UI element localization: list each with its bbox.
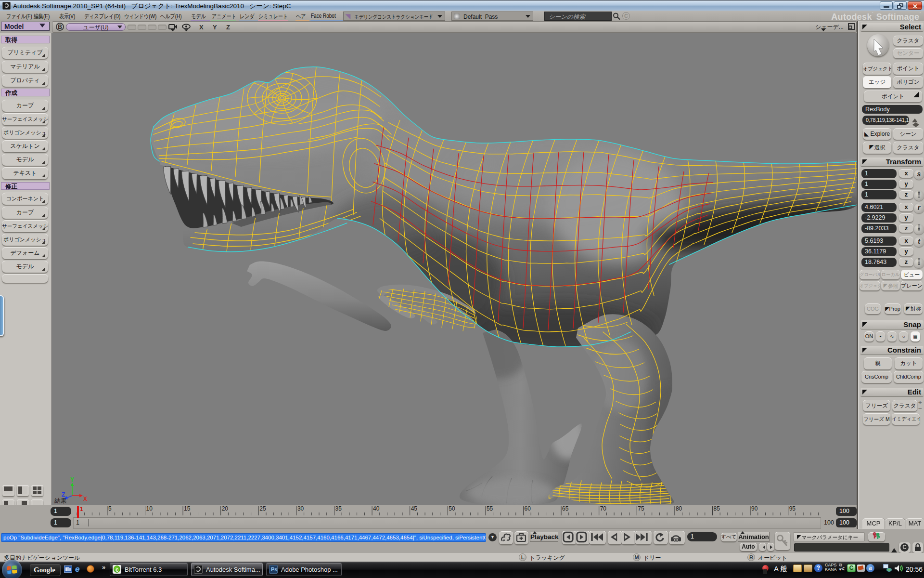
svg-text:95: 95 (789, 505, 796, 512)
svg-text:20: 20 (222, 505, 229, 512)
svg-text:75: 75 (638, 505, 644, 512)
svg-text:X: X (83, 496, 87, 502)
svg-text:65: 65 (562, 505, 569, 512)
svg-text:90: 90 (751, 505, 758, 512)
svg-text:80: 80 (676, 505, 682, 512)
svg-text:30: 30 (297, 505, 304, 512)
svg-text:70: 70 (600, 505, 607, 512)
svg-text:10: 10 (146, 505, 153, 512)
svg-text:15: 15 (184, 505, 191, 512)
svg-text:Y: Y (70, 476, 74, 483)
svg-text:45: 45 (411, 505, 418, 512)
svg-text:50: 50 (449, 505, 455, 512)
svg-text:85: 85 (714, 505, 720, 512)
svg-text:5: 5 (108, 505, 112, 512)
svg-text:55: 55 (487, 505, 493, 512)
svg-text:40: 40 (373, 505, 380, 512)
svg-text:35: 35 (335, 505, 342, 512)
svg-text:60: 60 (525, 505, 531, 512)
svg-text:25: 25 (259, 505, 266, 512)
